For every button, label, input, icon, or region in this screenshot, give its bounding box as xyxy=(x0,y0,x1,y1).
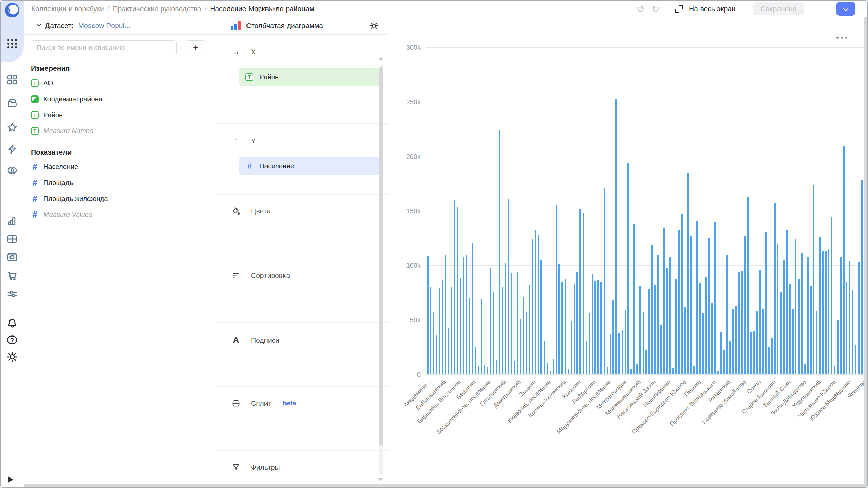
breadcrumb-item[interactable]: Коллекции и воркбуки xyxy=(31,5,104,13)
bar[interactable] xyxy=(840,257,842,374)
bar[interactable] xyxy=(481,299,482,374)
bar[interactable] xyxy=(594,281,596,374)
bar[interactable] xyxy=(807,257,809,374)
bar[interactable] xyxy=(723,350,725,374)
bar[interactable] xyxy=(625,310,626,374)
bar[interactable] xyxy=(523,297,525,374)
bar[interactable] xyxy=(544,341,545,374)
bar[interactable] xyxy=(711,303,713,374)
bar[interactable] xyxy=(858,262,860,374)
bar[interactable] xyxy=(702,313,704,374)
bar[interactable] xyxy=(681,214,683,374)
storage-icon[interactable] xyxy=(6,251,18,263)
bar[interactable] xyxy=(750,332,752,374)
datasets-icon[interactable] xyxy=(6,165,18,176)
breadcrumb-item[interactable]: Практические руководства xyxy=(113,5,201,13)
bar[interactable] xyxy=(540,260,542,374)
add-field-button[interactable]: + xyxy=(185,40,206,55)
field-row-measure-values[interactable]: #Measure Values xyxy=(24,207,216,223)
bar[interactable] xyxy=(463,257,465,374)
bar[interactable] xyxy=(639,286,641,374)
bar[interactable] xyxy=(645,350,647,374)
bar[interactable] xyxy=(610,334,611,374)
bar[interactable] xyxy=(592,274,593,374)
bar[interactable] xyxy=(741,271,743,374)
bar[interactable] xyxy=(699,283,701,374)
bar[interactable] xyxy=(828,249,830,374)
bar[interactable] xyxy=(759,270,761,374)
field-row-zhilfond[interactable]: #Площадь жилфонда xyxy=(24,191,216,207)
bar[interactable] xyxy=(484,365,486,374)
bar[interactable] xyxy=(633,224,635,374)
favorites-icon[interactable] xyxy=(6,122,18,133)
bar[interactable] xyxy=(556,205,557,374)
apps-grid-icon[interactable] xyxy=(6,38,18,49)
bar[interactable] xyxy=(589,313,590,374)
expand-icon[interactable] xyxy=(675,5,683,13)
bar[interactable] xyxy=(771,338,773,374)
breadcrumb-item[interactable]: Население Москвы по районам xyxy=(210,5,314,13)
bar[interactable] xyxy=(460,278,461,374)
more-menu-icon[interactable] xyxy=(269,8,279,10)
bar[interactable] xyxy=(795,239,797,374)
bar[interactable] xyxy=(553,359,554,374)
bar[interactable] xyxy=(765,232,767,374)
bar[interactable] xyxy=(855,345,856,374)
chart-type-label[interactable]: Столбчатая диаграмма xyxy=(246,22,323,30)
section-split[interactable]: Сплитbeta xyxy=(216,387,389,451)
bar[interactable] xyxy=(547,363,548,374)
section-sort[interactable]: Сортировка xyxy=(216,259,389,323)
bar[interactable] xyxy=(630,369,632,374)
bar[interactable] xyxy=(846,282,848,374)
bar[interactable] xyxy=(819,237,821,374)
bar[interactable] xyxy=(538,235,539,374)
scrollbar-thumb[interactable] xyxy=(379,67,383,446)
bar[interactable] xyxy=(798,279,800,374)
bar[interactable] xyxy=(532,239,533,374)
saved-button[interactable]: Сохранено xyxy=(753,2,804,15)
bar[interactable] xyxy=(660,325,662,374)
bar[interactable] xyxy=(607,367,608,374)
collapse-rail-icon[interactable] xyxy=(8,476,13,483)
bar[interactable] xyxy=(786,230,788,374)
notifications-icon[interactable] xyxy=(6,317,18,329)
bar[interactable] xyxy=(720,332,722,374)
bar[interactable] xyxy=(831,217,833,374)
bar[interactable] xyxy=(678,230,680,374)
save-menu-button[interactable] xyxy=(836,2,855,16)
charts-icon[interactable] xyxy=(6,215,18,226)
connections-icon[interactable] xyxy=(6,143,18,155)
bar[interactable] xyxy=(636,364,638,374)
bar[interactable] xyxy=(669,257,671,374)
bar[interactable] xyxy=(583,213,584,374)
bar[interactable] xyxy=(520,319,521,374)
bar[interactable] xyxy=(792,309,794,374)
undo-icon[interactable]: ↺ xyxy=(637,3,645,15)
favorite-star-icon[interactable]: ☆ xyxy=(254,4,262,14)
bar[interactable] xyxy=(508,199,509,374)
section-filters[interactable]: Фильтры xyxy=(216,451,389,488)
bar[interactable] xyxy=(666,268,668,374)
collections-icon[interactable] xyxy=(6,98,18,109)
bar[interactable] xyxy=(457,207,458,374)
field-row-rayon[interactable]: TРайон xyxy=(24,107,216,123)
bar[interactable] xyxy=(442,280,443,374)
bar[interactable] xyxy=(433,312,435,374)
bar[interactable] xyxy=(690,236,692,374)
bar[interactable] xyxy=(744,236,746,374)
bar[interactable] xyxy=(789,284,791,374)
bar[interactable] xyxy=(822,251,824,374)
bar[interactable] xyxy=(576,272,578,374)
bar[interactable] xyxy=(825,251,827,374)
bar[interactable] xyxy=(849,261,851,374)
bar[interactable] xyxy=(783,260,785,374)
bar[interactable] xyxy=(774,203,776,374)
bar[interactable] xyxy=(517,272,518,374)
bar[interactable] xyxy=(708,238,710,374)
bar[interactable] xyxy=(834,366,836,374)
fullscreen-button[interactable]: На весь экран xyxy=(689,1,735,17)
bar[interactable] xyxy=(502,287,504,374)
bar[interactable] xyxy=(511,273,512,374)
bar[interactable] xyxy=(738,272,740,374)
bar[interactable] xyxy=(430,287,432,374)
